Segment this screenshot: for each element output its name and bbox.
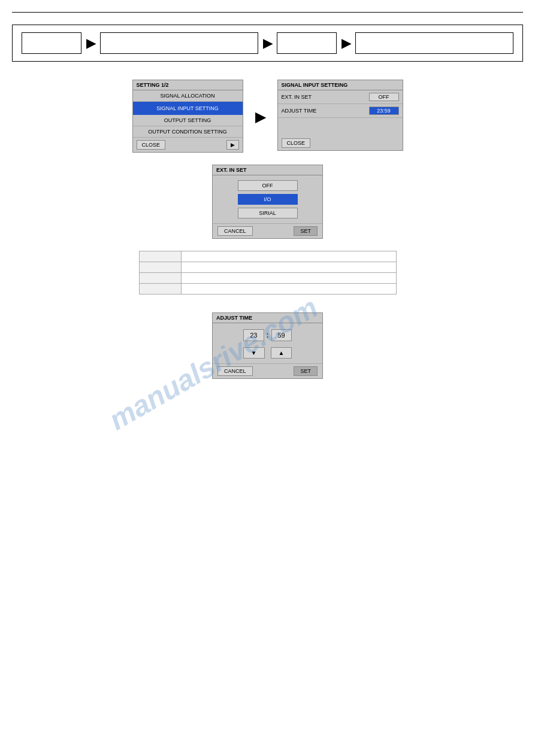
ext-option-io[interactable]: I/O [238, 194, 298, 205]
adjust-panel-title: ADJUST TIME [213, 313, 322, 323]
signal-input-panel: SIGNAL INPUT SETTEING EXT. IN SET OFF AD… [277, 80, 403, 151]
flow-box-2 [100, 32, 258, 54]
flow-arrow-3: ▶ [341, 36, 350, 50]
menu-item-output-setting[interactable]: OUTPUT SETTING [133, 115, 243, 126]
menu-item-signal-allocation[interactable]: SIGNAL ALLOCATION [133, 90, 243, 102]
table-row [139, 262, 396, 273]
menu-panel-title: SETTING 1/2 [133, 80, 243, 90]
desc-section [12, 251, 523, 312]
ext-option-sirial[interactable]: SIRIAL [238, 208, 298, 218]
panels-row: SETTING 1/2 SIGNAL ALLOCATION SIGNAL INP… [12, 80, 523, 153]
menu-nav-button[interactable]: ▶ [226, 140, 239, 150]
adjust-section: ADJUST TIME 23 : 59 ▼ ▲ CANCEL SET [12, 312, 523, 391]
table-row [139, 251, 396, 262]
table-cell-value [181, 262, 396, 273]
table-row [139, 284, 396, 294]
adjust-bottom-bar: CANCEL SET [213, 363, 322, 378]
table-cell-key [139, 284, 181, 294]
table-cell-value [181, 251, 396, 262]
menu-close-button[interactable]: CLOSE [137, 140, 166, 150]
adjust-down-button[interactable]: ▼ [243, 347, 265, 359]
adjust-hour[interactable]: 23 [243, 329, 264, 341]
ext-panel: EXT. IN SET OFF I/O SIRIAL CANCEL SET [212, 165, 323, 239]
ext-option-off[interactable]: OFF [238, 180, 298, 191]
flow-box-3 [277, 32, 337, 54]
top-divider [12, 12, 523, 13]
ext-panel-title: EXT. IN SET [213, 165, 322, 175]
flow-arrow-2: ▶ [263, 36, 272, 50]
signal-label-adjust: ADJUST TIME [282, 108, 367, 114]
signal-panel-title: SIGNAL INPUT SETTEING [278, 80, 403, 90]
signal-bottom-bar: CLOSE [278, 136, 403, 150]
table-cell-key [139, 273, 181, 284]
signal-row-ext: EXT. IN SET OFF [278, 90, 403, 104]
table-cell-key [139, 251, 181, 262]
flow-arrow-1: ▶ [86, 36, 95, 50]
table-cell-key [139, 262, 181, 273]
ext-section: EXT. IN SET OFF I/O SIRIAL CANCEL SET [12, 165, 523, 251]
ext-options: OFF I/O SIRIAL [213, 175, 322, 223]
adjust-colon: : [267, 331, 269, 339]
flow-box-1 [22, 32, 81, 54]
adjust-minute[interactable]: 59 [271, 329, 292, 341]
ext-bottom-bar: CANCEL SET [213, 223, 322, 238]
signal-close-button[interactable]: CLOSE [282, 138, 311, 148]
signal-label-ext: EXT. IN SET [282, 94, 367, 100]
menu-item-output-condition-setting[interactable]: OUTPUT CONDITION SETTING [133, 126, 243, 138]
description-table [139, 251, 397, 294]
menu-bottom-bar: CLOSE ▶ [133, 138, 243, 152]
adjust-arrows: ▼ ▲ [213, 345, 322, 363]
adjust-time-display: 23 : 59 [213, 323, 322, 345]
signal-value-adjust[interactable]: 23:59 [369, 107, 399, 115]
signal-row-adjust: ADJUST TIME 23:59 [278, 104, 403, 118]
panels-arrow: ▶ [255, 110, 265, 125]
adjust-set-button[interactable]: SET [294, 366, 318, 376]
signal-value-ext[interactable]: OFF [369, 93, 399, 101]
adjust-up-button[interactable]: ▲ [271, 347, 292, 359]
ext-set-button[interactable]: SET [294, 226, 318, 236]
menu-panel: SETTING 1/2 SIGNAL ALLOCATION SIGNAL INP… [132, 80, 243, 153]
flow-box-4 [355, 32, 513, 54]
ext-cancel-button[interactable]: CANCEL [217, 226, 253, 236]
table-cell-value [181, 273, 396, 284]
flow-diagram: ▶ ▶ ▶ [12, 25, 523, 62]
adjust-time-panel: ADJUST TIME 23 : 59 ▼ ▲ CANCEL SET [212, 312, 323, 379]
menu-item-signal-input-setting[interactable]: SIGNAL INPUT SETTING [133, 102, 243, 115]
table-row [139, 273, 396, 284]
table-cell-value [181, 284, 396, 294]
adjust-cancel-button[interactable]: CANCEL [217, 366, 253, 376]
